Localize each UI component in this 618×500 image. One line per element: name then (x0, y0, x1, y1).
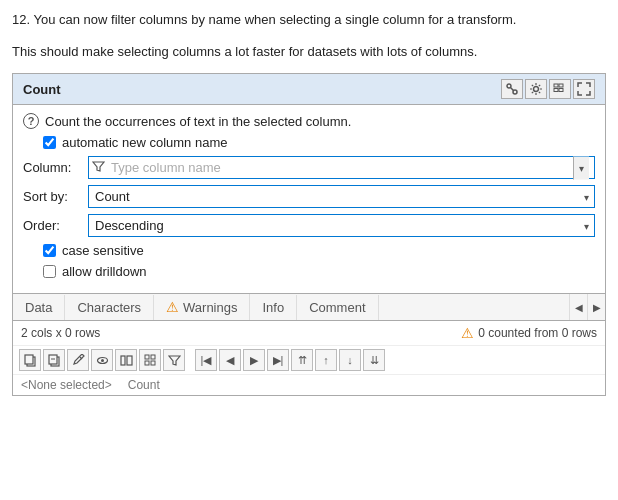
order-row: Order: Descending ▾ (23, 214, 595, 237)
columns-icon (120, 354, 133, 367)
header-icons (501, 79, 595, 99)
status-right-text: 0 counted from 0 rows (478, 326, 597, 340)
sort-by-label: Sort by: (23, 189, 88, 204)
copy2-icon (48, 354, 61, 367)
settings-icon-btn[interactable] (525, 79, 547, 99)
tab-data[interactable]: Data (13, 295, 65, 320)
svg-rect-4 (554, 84, 558, 87)
column-input[interactable] (88, 156, 595, 179)
auto-col-label: automatic new column name (62, 135, 227, 150)
svg-rect-21 (151, 361, 155, 365)
bottom-bar: <None selected> Count (13, 375, 605, 395)
svg-point-3 (534, 87, 539, 92)
eye-icon (96, 354, 109, 367)
tab-characters[interactable]: Characters (65, 295, 154, 320)
eye-btn[interactable] (91, 349, 113, 371)
question-icon: ? (23, 113, 39, 129)
toolbar-bar: |◀ ◀ ▶ ▶| ⇈ ↑ ↓ ⇊ (13, 346, 605, 375)
tab-next-btn[interactable]: ▶ (587, 294, 605, 320)
order-label: Order: (23, 218, 88, 233)
expand-icon (577, 82, 591, 96)
tab-comment[interactable]: Comment (297, 295, 378, 320)
column-label: Column: (23, 160, 88, 175)
panel-header: Count (13, 74, 605, 105)
column-row: Column: ▾ (23, 156, 595, 179)
sort-down-btn[interactable]: ↓ (339, 349, 361, 371)
svg-rect-17 (127, 356, 132, 365)
auto-col-checkbox[interactable] (43, 136, 56, 149)
sort-bottom-btn[interactable]: ⇊ (363, 349, 385, 371)
intro-line1: 12. You can now filter columns by name w… (12, 10, 606, 30)
copy2-btn[interactable] (43, 349, 65, 371)
filter-btn[interactable] (163, 349, 185, 371)
next-btn[interactable]: ▶ (243, 349, 265, 371)
status-left: 2 cols x 0 rows (21, 326, 100, 340)
info-row: ? Count the occurrences of text in the s… (23, 113, 595, 129)
svg-line-13 (80, 357, 82, 359)
status-bar: 2 cols x 0 rows ⚠ 0 counted from 0 rows (13, 321, 605, 346)
allow-drilldown-row: allow drilldown (23, 264, 595, 279)
allow-drilldown-label: allow drilldown (62, 264, 147, 279)
edit-icon (72, 354, 85, 367)
svg-rect-19 (151, 355, 155, 359)
copy-icon (24, 354, 37, 367)
tabs-bar: Data Characters ⚠ Warnings Info Comment … (13, 293, 605, 321)
count-panel: Count (12, 73, 606, 396)
svg-point-15 (101, 359, 104, 362)
connect-icon (505, 82, 519, 96)
tab-warnings[interactable]: ⚠ Warnings (154, 294, 250, 320)
info-text: Count the occurrences of text in the sel… (45, 114, 351, 129)
grid2-btn[interactable] (139, 349, 161, 371)
svg-rect-16 (121, 356, 125, 365)
copy-btn[interactable] (19, 349, 41, 371)
grid-icon-btn[interactable] (549, 79, 571, 99)
order-wrapper: Descending ▾ (88, 214, 595, 237)
status-warn-icon: ⚠ (461, 325, 474, 341)
case-sensitive-row: case sensitive (23, 243, 595, 258)
sort-up-btn[interactable]: ↑ (315, 349, 337, 371)
svg-rect-20 (145, 361, 149, 365)
tab-prev-btn[interactable]: ◀ (569, 294, 587, 320)
svg-point-1 (513, 90, 517, 94)
allow-drilldown-checkbox[interactable] (43, 265, 56, 278)
skip-first-btn[interactable]: |◀ (195, 349, 217, 371)
tab-warnings-label: Warnings (183, 300, 237, 315)
sort-top-btn[interactable]: ⇈ (291, 349, 313, 371)
grid2-icon (144, 354, 157, 367)
order-select[interactable]: Descending (88, 214, 595, 237)
status-right: ⚠ 0 counted from 0 rows (461, 325, 597, 341)
sort-by-wrapper: Count ▾ (88, 185, 595, 208)
grid-icon (553, 83, 567, 95)
panel-body: ? Count the occurrences of text in the s… (13, 105, 605, 293)
intro-line2: This should make selecting columns a lot… (12, 42, 606, 62)
svg-rect-9 (25, 355, 33, 364)
columns-btn[interactable] (115, 349, 137, 371)
panel-title: Count (23, 82, 61, 97)
sort-by-select[interactable]: Count (88, 185, 595, 208)
warning-icon: ⚠ (166, 299, 179, 315)
svg-line-2 (511, 88, 514, 91)
connect-icon-btn[interactable] (501, 79, 523, 99)
svg-point-0 (507, 84, 511, 88)
svg-rect-18 (145, 355, 149, 359)
sort-by-row: Sort by: Count ▾ (23, 185, 595, 208)
edit-btn[interactable] (67, 349, 89, 371)
tab-info[interactable]: Info (250, 295, 297, 320)
case-sensitive-checkbox[interactable] (43, 244, 56, 257)
col2-name: Count (128, 378, 160, 392)
filter-icon (168, 354, 181, 367)
auto-col-row: automatic new column name (23, 135, 595, 150)
column-input-wrapper: ▾ (88, 156, 595, 179)
svg-rect-6 (554, 89, 558, 92)
settings-icon (529, 82, 543, 96)
skip-last-btn[interactable]: ▶| (267, 349, 289, 371)
prev-btn[interactable]: ◀ (219, 349, 241, 371)
col1-name: <None selected> (21, 378, 112, 392)
svg-rect-7 (559, 89, 563, 92)
case-sensitive-label: case sensitive (62, 243, 144, 258)
svg-rect-5 (559, 84, 563, 87)
expand-icon-btn[interactable] (573, 79, 595, 99)
